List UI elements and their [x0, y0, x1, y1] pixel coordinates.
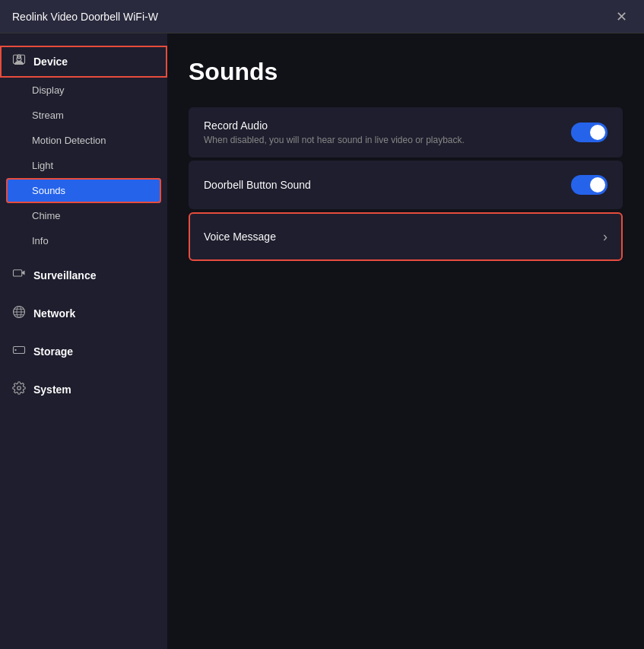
record-audio-info: Record Audio When disabled, you will not… [204, 119, 465, 145]
system-label: System [33, 383, 71, 396]
sidebar: Device Display Stream Motion Detection L… [0, 33, 167, 649]
svg-rect-2 [14, 270, 22, 276]
doorbell-sound-row: Doorbell Button Sound [189, 161, 623, 209]
titlebar: Reolink Video Doorbell WiFi-W ✕ [0, 0, 644, 33]
nav-section-device: Device Display Stream Motion Detection L… [0, 46, 167, 253]
doorbell-sound-slider [571, 175, 608, 195]
surveillance-label: Surveillance [33, 269, 97, 282]
sidebar-item-stream[interactable]: Stream [0, 103, 167, 128]
sidebar-item-network[interactable]: Network [0, 297, 167, 329]
device-label: Device [33, 56, 68, 68]
svg-point-10 [14, 349, 16, 351]
storage-label: Storage [33, 345, 73, 358]
record-audio-desc: When disabled, you will not hear sound i… [204, 135, 465, 145]
voice-message-label: Voice Message [204, 231, 276, 243]
content-area: Device Display Stream Motion Detection L… [0, 33, 644, 649]
storage-icon [12, 343, 26, 360]
settings-list: Record Audio When disabled, you will not… [189, 107, 623, 261]
sidebar-item-motion-detection[interactable]: Motion Detection [0, 128, 167, 153]
nav-section-storage: Storage [0, 336, 167, 367]
camera-icon [12, 53, 26, 70]
sidebar-item-sounds[interactable]: Sounds [6, 178, 161, 203]
network-label: Network [33, 307, 75, 320]
main-content: Sounds Record Audio When disabled, you w… [167, 33, 644, 649]
app-window: Reolink Video Doorbell WiFi-W ✕ Device [0, 0, 644, 649]
doorbell-sound-toggle[interactable] [571, 175, 608, 195]
doorbell-sound-label: Doorbell Button Sound [204, 179, 311, 191]
record-audio-label: Record Audio [204, 119, 465, 132]
sidebar-item-surveillance[interactable]: Surveillance [0, 259, 167, 291]
system-icon [12, 381, 26, 398]
close-button[interactable]: ✕ [611, 6, 632, 27]
window-title: Reolink Video Doorbell WiFi-W [12, 11, 158, 23]
record-audio-knob [590, 125, 605, 140]
record-audio-slider [571, 122, 608, 142]
page-title: Sounds [189, 58, 623, 86]
voice-message-row[interactable]: Voice Message › [189, 212, 623, 261]
sidebar-item-device[interactable]: Device [0, 46, 167, 78]
surveillance-icon [12, 267, 26, 284]
sidebar-item-info[interactable]: Info [0, 228, 167, 253]
network-icon [12, 305, 26, 322]
nav-section-system: System [0, 374, 167, 406]
voice-message-info: Voice Message [204, 231, 276, 243]
record-audio-toggle[interactable] [571, 122, 608, 142]
sidebar-item-system[interactable]: System [0, 374, 167, 406]
sidebar-item-chime[interactable]: Chime [0, 203, 167, 228]
sidebar-item-storage[interactable]: Storage [0, 336, 167, 367]
nav-section-surveillance: Surveillance [0, 259, 167, 291]
doorbell-sound-info: Doorbell Button Sound [204, 179, 311, 191]
doorbell-sound-knob [590, 177, 605, 192]
nav-section-network: Network [0, 297, 167, 329]
sidebar-item-light[interactable]: Light [0, 153, 167, 178]
chevron-right-icon: › [603, 229, 608, 245]
record-audio-row: Record Audio When disabled, you will not… [189, 107, 623, 157]
sidebar-item-display[interactable]: Display [0, 78, 167, 103]
